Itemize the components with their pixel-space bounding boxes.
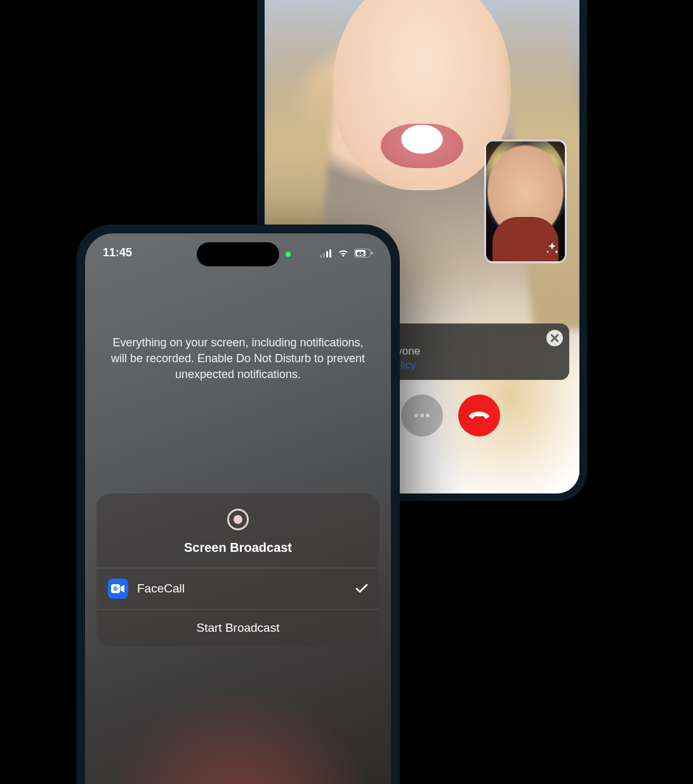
self-view-pip[interactable] (484, 140, 567, 263)
start-broadcast-button[interactable]: Start Broadcast (96, 609, 380, 646)
checkmark-icon (355, 584, 368, 594)
svg-rect-6 (323, 253, 325, 258)
battery-icon: 68 (354, 249, 373, 258)
broadcast-app-row[interactable]: H FaceCall (96, 568, 380, 609)
broadcast-picker-screen: 11:45 (85, 233, 391, 784)
svg-text:H: H (114, 587, 117, 591)
record-icon (227, 509, 249, 530)
svg-rect-8 (329, 249, 331, 258)
broadcast-sheet-header: Screen Broadcast (96, 493, 380, 568)
close-banner-button[interactable] (546, 330, 563, 346)
pip-body (492, 217, 558, 263)
broadcast-app-name: FaceCall (137, 582, 185, 596)
status-time: 11:45 (103, 246, 132, 259)
broadcast-sheet-title: Screen Broadcast (184, 540, 292, 555)
dynamic-island (197, 242, 279, 266)
remote-smile (381, 124, 463, 168)
status-right: 68 (320, 249, 373, 258)
broadcast-description: Everything on your screen, including not… (104, 335, 372, 383)
svg-point-2 (414, 414, 418, 417)
more-options-button[interactable] (401, 395, 443, 436)
camera-active-dot-icon (286, 252, 291, 257)
svg-rect-7 (326, 251, 328, 258)
broadcast-sheet: Screen Broadcast H FaceCall (96, 493, 380, 646)
end-call-button[interactable] (458, 395, 500, 436)
cellular-icon (320, 249, 333, 258)
wifi-icon (337, 249, 350, 258)
facecall-app-icon: H (108, 578, 128, 599)
record-icon-dot (234, 515, 242, 524)
svg-text:68: 68 (357, 249, 364, 256)
svg-point-4 (426, 414, 430, 417)
svg-rect-5 (320, 255, 322, 258)
effects-icon[interactable] (544, 241, 560, 256)
svg-point-3 (420, 414, 424, 417)
svg-rect-11 (371, 251, 373, 254)
phone-front-device: 11:45 (76, 225, 400, 784)
